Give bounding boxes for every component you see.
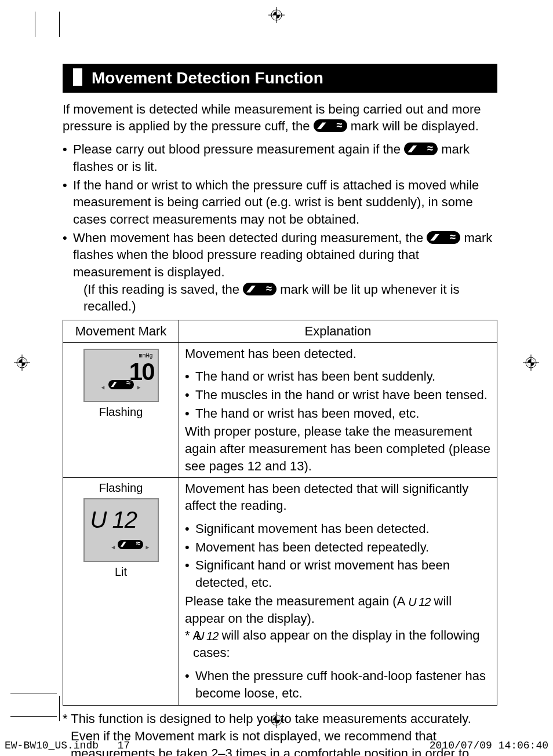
movement-mark-icon [404, 143, 438, 155]
mark-state-label: Flashing [69, 480, 173, 496]
movement-mark-cell: mmHg 10 ◄ ► Flashing [63, 342, 179, 477]
explanation-item: The hand or wrist has been bent suddenly… [185, 368, 491, 385]
table-header-row: Movement Mark Explanation [63, 320, 497, 343]
page-content: Movement Detection Function If movement … [63, 64, 497, 756]
explanation-item: Significant movement has been detected. [185, 520, 491, 538]
lcd-movement-indicator: ◄ ► [85, 378, 158, 395]
bullet-list: Please carry out blood pressure measurem… [63, 141, 497, 315]
intro-text-b: mark will be displayed. [351, 119, 479, 133]
bullet-item: If the hand or wrist to which the pressu… [63, 177, 497, 228]
registration-mark-icon [14, 355, 30, 371]
bullet-text: When movement has been detected during m… [73, 231, 427, 245]
explanation-item: Movement has been detected repeatedly. [185, 539, 491, 556]
explanation-text: With proper posture, please take the mea… [185, 423, 491, 474]
table-row: mmHg 10 ◄ ► Flashing Movement has been d… [63, 342, 497, 477]
text-fragment: will also appear on the display in the f… [193, 628, 480, 660]
bullet-text: (If this reading is saved, the [83, 282, 243, 297]
heading-text: Movement Detection Function [92, 69, 323, 87]
explanation-cell: Movement has been detected. The hand or … [179, 342, 497, 477]
table-row: Flashing U 12 ◄ ► Lit Movement has been … [63, 477, 497, 706]
explanation-item: Significant hand or wrist movement has b… [185, 557, 491, 591]
explanation-list: Significant movement has been detected. … [185, 520, 491, 591]
movement-mark-icon [118, 540, 143, 549]
lcd-display-icon: mmHg 10 ◄ ► [83, 349, 159, 402]
explanation-item: The muscles in the hand or wrist have be… [185, 386, 491, 404]
crop-mark [10, 693, 57, 693]
print-imprint: EW-BW10_US.indb 17 2010/07/09 14:06:40 [0, 739, 553, 753]
crop-mark [59, 12, 60, 37]
table-header: Movement Mark [63, 320, 179, 343]
imprint-file: EW-BW10_US.indb [5, 740, 99, 751]
explanation-cell: Movement has been detected that will sig… [179, 477, 497, 706]
movement-mark-icon [314, 119, 347, 132]
registration-mark-icon [523, 355, 539, 371]
u12-glyph-icon: U 12 [204, 629, 218, 644]
imprint-left: EW-BW10_US.indb 17 [5, 739, 130, 753]
table-header: Explanation [179, 320, 497, 343]
intro-paragraph: If movement is detected while measuremen… [63, 101, 497, 135]
crop-mark [35, 12, 35, 37]
explanation-list: When the pressure cuff hook-and-loop fas… [185, 667, 491, 702]
crop-mark [59, 696, 60, 721]
bullet-item: When movement has been detected during m… [63, 229, 497, 315]
registration-mark-icon [268, 7, 285, 23]
explanation-list: The hand or wrist has been bent suddenly… [185, 368, 491, 422]
imprint-datetime: 2010/07/09 14:06:40 [430, 739, 548, 753]
mark-state-label: Flashing [69, 404, 173, 420]
explanation-text: Please take the measurement again (A U 1… [185, 593, 491, 627]
movement-mark-icon [108, 380, 134, 389]
mark-state-label: Lit [69, 564, 173, 580]
explanation-item: When the pressure cuff hook-and-loop fas… [185, 667, 491, 702]
explanation-text: * A U 12 will also appear on the display… [185, 627, 491, 662]
explanation-text: Movement has been detected that will sig… [185, 480, 491, 514]
u12-glyph-icon: U 12 [408, 594, 430, 610]
explanation-item: The hand or wrist has been moved, etc. [185, 405, 491, 422]
crop-mark [10, 716, 57, 717]
movement-mark-icon [243, 283, 276, 295]
lcd-value: U 12 [90, 504, 137, 535]
explanation-text: Movement has been detected. [185, 345, 491, 363]
section-heading: Movement Detection Function [63, 64, 497, 93]
lcd-movement-indicator: ◄ ► [110, 536, 150, 554]
bullet-item: Please carry out blood pressure measurem… [63, 141, 497, 175]
text-fragment: Please take the measurement again (A [185, 594, 408, 608]
imprint-page: 17 [117, 740, 130, 751]
lcd-display-icon: U 12 ◄ ► [83, 498, 159, 562]
movement-mark-table: Movement Mark Explanation mmHg 10 ◄ ► Fl… [63, 320, 497, 706]
movement-mark-icon [427, 231, 460, 244]
bullet-subtext: (If this reading is saved, the mark will… [73, 281, 497, 315]
movement-mark-cell: Flashing U 12 ◄ ► Lit [63, 477, 179, 706]
bullet-text: Please carry out blood pressure measurem… [73, 142, 404, 156]
